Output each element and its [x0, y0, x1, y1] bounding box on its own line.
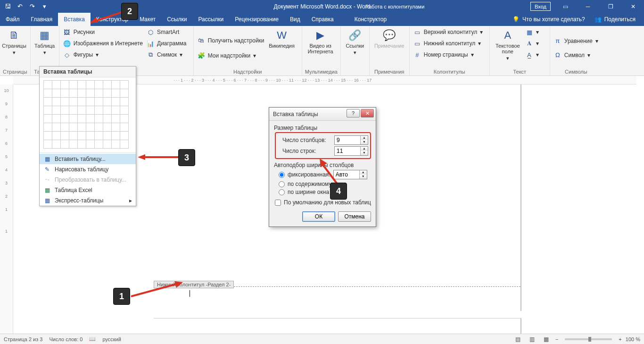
contextual-tab-title: Работа с колонтитулами — [365, 4, 424, 9]
checkbox-input[interactable] — [275, 200, 281, 206]
window-title: Документ Microsoft Word.docx - Word — [274, 3, 371, 10]
cancel-button[interactable]: Отмена — [338, 211, 371, 222]
picture-icon: 🖼 — [63, 29, 71, 36]
pictures-button[interactable]: 🖼Рисунки — [62, 27, 144, 37]
redo-icon[interactable]: ↷ — [26, 1, 38, 12]
word-count[interactable]: Число слов: 0 — [49, 336, 83, 342]
print-layout-icon[interactable]: ▥ — [527, 336, 537, 343]
spellcheck-icon[interactable]: 📖 — [89, 336, 96, 342]
tab-review[interactable]: Рецензирование — [229, 13, 284, 26]
tab-insert[interactable]: Вставка — [58, 13, 91, 26]
tab-view[interactable]: Вид — [284, 13, 306, 26]
group-label-addins: Надстройки — [197, 69, 299, 76]
comment-label: Примечание — [374, 43, 405, 49]
spin-up-icon[interactable]: ▲ — [360, 170, 367, 175]
restore-icon[interactable]: ❐ — [600, 0, 621, 13]
autofit-window-radio[interactable]: по ширине окна — [279, 189, 371, 195]
remember-dimensions-checkbox[interactable]: По умолчанию для новых таблиц — [275, 199, 371, 206]
autofit-content-radio[interactable]: по содержимому — [279, 181, 371, 187]
minimize-icon[interactable]: ─ — [577, 0, 599, 13]
header-label: Верхний колонтитул — [424, 29, 477, 35]
signin-button[interactable]: Вход — [530, 2, 551, 11]
radio-input[interactable] — [279, 181, 285, 187]
pages-button[interactable]: 🗎Страницы▾ — [3, 27, 25, 69]
pagenum-button[interactable]: #Номер страницы ▾ — [413, 50, 484, 60]
zoom-in-button[interactable]: + — [619, 336, 621, 342]
radio-input[interactable] — [279, 172, 285, 178]
table-button[interactable]: ▦Таблица▾ — [33, 27, 56, 69]
share-button[interactable]: 👥Поделиться — [594, 16, 636, 23]
web-layout-icon[interactable]: ▦ — [541, 336, 552, 343]
online-video-button[interactable]: ▶Видео из Интернета — [305, 27, 336, 69]
ok-button[interactable]: ОК — [302, 211, 335, 222]
fixed-width-radio[interactable]: фиксированная: ▲▼ — [279, 170, 371, 179]
header-icon: ▭ — [413, 29, 421, 36]
equation-label: Уравнение — [564, 38, 593, 44]
read-mode-icon[interactable]: ▤ — [513, 336, 523, 343]
callout-1: 1 — [113, 288, 130, 305]
vertical-ruler[interactable]: 109876543211 — [0, 84, 13, 334]
radio-input[interactable] — [279, 189, 285, 195]
tab-mailings[interactable]: Рассылки — [192, 13, 229, 26]
equation-button[interactable]: πУравнение ▾ — [553, 36, 599, 46]
spin-down-icon[interactable]: ▼ — [361, 140, 368, 144]
wordart-button[interactable]: 𝐀▾ — [525, 38, 540, 49]
quickparts-button[interactable]: ▦▾ — [525, 27, 540, 37]
ribbon-options-icon[interactable]: ▭ — [554, 0, 576, 13]
spin-down-icon[interactable]: ▼ — [361, 151, 368, 155]
excel-table-menuitem[interactable]: ▦Таблица Excel — [40, 185, 136, 195]
table-size-grid[interactable] — [40, 77, 136, 151]
zoom-level[interactable]: 100 % — [626, 336, 640, 342]
chart-button[interactable]: 📊Диаграмма — [146, 38, 187, 49]
textbox-button[interactable]: AТекстовое поле▾ — [493, 27, 523, 69]
fixed-width-spinner[interactable]: ▲▼ — [333, 170, 367, 179]
dialog-title-text: Вставка таблицы — [273, 111, 318, 117]
quick-tables-menuitem[interactable]: ▦Экспресс-таблицы▸ — [40, 195, 136, 206]
undo-icon[interactable]: ↶ — [14, 1, 25, 12]
tab-references[interactable]: Ссылки — [161, 13, 192, 26]
dialog-help-button[interactable]: ? — [347, 109, 360, 117]
store-icon: 🛍 — [198, 37, 205, 44]
spin-down-icon[interactable]: ▼ — [360, 175, 367, 179]
dialog-close-button[interactable]: ✕ — [361, 109, 374, 117]
excel-label: Таблица Excel — [55, 187, 92, 193]
footer-button[interactable]: ▭Нижний колонтитул ▾ — [413, 38, 484, 49]
spin-up-icon[interactable]: ▲ — [361, 136, 368, 140]
group-links: 🔗Ссылки▾ — [341, 26, 370, 76]
insert-table-menuitem[interactable]: ▦Вставить таблицу... — [40, 154, 136, 164]
comment-button[interactable]: 💬Примечание — [372, 27, 406, 69]
online-pictures-button[interactable]: 🌐Изображения в Интернете — [62, 38, 144, 49]
language-indicator[interactable]: русский — [102, 336, 121, 342]
page-indicator[interactable]: Страница 2 из 3 — [4, 336, 42, 342]
draw-table-menuitem[interactable]: ✎Нарисовать таблицу — [40, 164, 136, 175]
rows-spinner[interactable]: ▲▼ — [334, 146, 368, 156]
get-addins-button[interactable]: 🛍Получить надстройки — [197, 35, 265, 46]
rows-input[interactable] — [335, 147, 360, 155]
save-icon[interactable]: 🖫 — [2, 1, 13, 12]
page-icon: 🗎 — [9, 29, 19, 42]
tab-home[interactable]: Главная — [25, 13, 58, 26]
columns-input[interactable] — [335, 136, 360, 144]
tellme-search[interactable]: 💡Что вы хотите сделать? — [512, 16, 585, 23]
header-button[interactable]: ▭Верхний колонтитул ▾ — [413, 27, 484, 37]
tab-file[interactable]: Файл — [0, 13, 25, 26]
zoom-slider[interactable] — [565, 338, 612, 340]
qat-dropdown-icon[interactable]: ▾ — [39, 1, 50, 12]
zoom-out-button[interactable]: − — [555, 336, 558, 342]
smartart-button[interactable]: ⬡SmartArt — [146, 27, 187, 37]
columns-spinner[interactable]: ▲▼ — [334, 135, 368, 145]
wikipedia-button[interactable]: WВикипедия — [267, 27, 297, 69]
dropcap-button[interactable]: A̲▾ — [525, 50, 540, 60]
tab-help[interactable]: Справка — [306, 13, 339, 26]
my-addins-button[interactable]: 🧩Мои надстройки ▾ — [197, 50, 265, 61]
links-button[interactable]: 🔗Ссылки▾ — [344, 27, 366, 75]
spin-up-icon[interactable]: ▲ — [361, 147, 368, 151]
dialog-titlebar[interactable]: Вставка таблицы ? ✕ — [269, 108, 376, 121]
tab-hf-design[interactable]: Конструктор — [349, 13, 392, 26]
close-icon[interactable]: ✕ — [622, 0, 644, 13]
screenshot-button[interactable]: ⧉Снимок ▾ — [146, 50, 187, 60]
shapes-button[interactable]: ◇Фигуры ▾ — [62, 50, 144, 60]
page-2[interactable] — [154, 318, 521, 334]
symbol-button[interactable]: ΩСимвол ▾ — [553, 50, 599, 60]
fixed-width-input[interactable] — [334, 170, 359, 179]
